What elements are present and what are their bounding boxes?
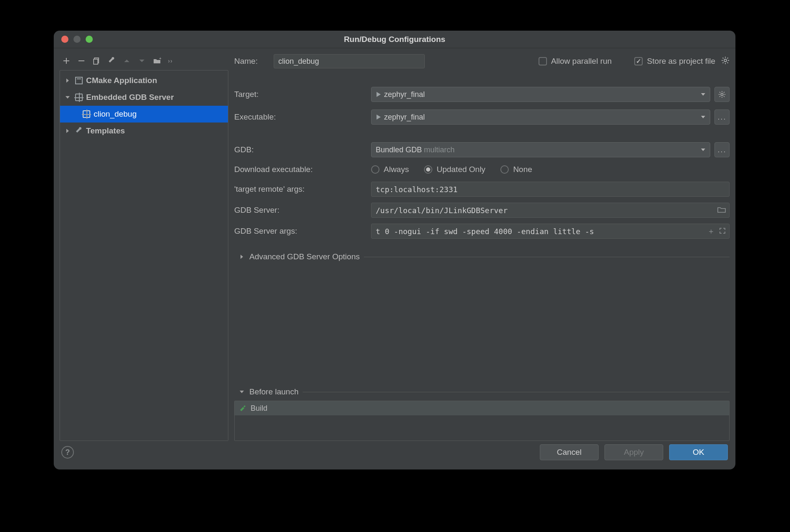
chevron-down-icon — [701, 146, 706, 154]
chevron-down-icon — [65, 93, 72, 102]
hammer-icon — [239, 404, 246, 413]
chevron-down-icon — [701, 113, 706, 122]
gdb-select[interactable]: Bundled GDB multiarch — [371, 142, 710, 157]
window-traffic-lights — [61, 36, 93, 43]
allow-parallel-checkbox[interactable] — [539, 57, 547, 65]
download-exec-label: Download executable: — [234, 165, 367, 174]
svg-text:+: + — [159, 57, 161, 61]
before-launch-header[interactable]: Before launch — [239, 387, 730, 396]
radio-updated-only[interactable]: Updated Only — [424, 165, 485, 174]
divider — [364, 257, 730, 257]
target-remote-label: 'target remote' args: — [234, 185, 367, 194]
sidebar: + ›› CMake Application — [60, 53, 228, 441]
before-launch-list[interactable]: Build — [234, 401, 730, 441]
dialog-window: Run/Debug Configurations — [54, 31, 735, 469]
copy-icon[interactable] — [92, 57, 101, 65]
target-select[interactable]: zephyr_final — [371, 87, 710, 102]
chevron-right-icon — [65, 126, 72, 136]
before-launch-label: Before launch — [249, 387, 298, 396]
advanced-label: Advanced GDB Server Options — [249, 252, 360, 261]
name-label: Name: — [234, 57, 269, 66]
tree-item-cmake-application[interactable]: CMake Application — [60, 72, 228, 89]
form-panel: Name: Allow parallel run Store as projec… — [234, 53, 730, 441]
download-exec-group: Always Updated Only None — [371, 165, 532, 174]
tree-item-clion-debug[interactable]: clion_debug — [60, 106, 228, 123]
plus-icon[interactable]: ＋ — [707, 226, 715, 236]
gear-icon[interactable] — [721, 56, 730, 67]
chip-icon — [74, 93, 84, 102]
chip-icon — [82, 110, 91, 119]
radio-always[interactable]: Always — [371, 165, 409, 174]
move-down-icon — [138, 57, 146, 65]
gdb-server-value: /usr/local/bin/JLinkGDBServer — [376, 206, 507, 215]
svg-point-4 — [721, 93, 723, 95]
remove-icon[interactable] — [77, 57, 86, 65]
gdb-server-args-input[interactable]: t 0 -nogui -if swd -speed 4000 -endian l… — [371, 224, 730, 239]
chevron-right-icon — [65, 76, 72, 85]
store-as-project-label: Store as project file — [647, 57, 715, 66]
dialog-title: Run/Debug Configurations — [54, 35, 735, 44]
titlebar: Run/Debug Configurations — [54, 31, 735, 48]
apply-button[interactable]: Apply — [604, 444, 663, 460]
application-icon — [74, 76, 84, 85]
gdb-label: GDB: — [234, 145, 367, 154]
move-up-icon — [123, 57, 131, 65]
wrench-icon — [74, 126, 84, 136]
run-icon — [377, 92, 381, 97]
target-remote-value: tcp:localhost:2331 — [376, 185, 458, 194]
expand-icon[interactable] — [719, 227, 726, 236]
help-button[interactable]: ? — [61, 446, 74, 459]
advanced-section-header[interactable]: Advanced GDB Server Options — [239, 252, 730, 261]
folder-open-icon[interactable] — [717, 206, 726, 215]
chevron-down-icon — [701, 90, 706, 99]
target-remote-input[interactable]: tcp:localhost:2331 — [371, 182, 730, 197]
maximize-icon[interactable] — [86, 36, 93, 43]
config-tree[interactable]: CMake Application Embedded GDB Server cl… — [60, 70, 228, 441]
ok-button[interactable]: OK — [669, 444, 728, 460]
sidebar-toolbar: + ›› — [60, 53, 228, 68]
target-label: Target: — [234, 90, 367, 99]
radio-none[interactable]: None — [500, 165, 532, 174]
tree-item-embedded-gdb[interactable]: Embedded GDB Server — [60, 89, 228, 106]
svg-point-3 — [724, 59, 727, 62]
close-icon[interactable] — [61, 36, 68, 43]
gdb-browse-button[interactable]: ... — [714, 142, 730, 157]
chevron-down-icon — [239, 387, 245, 396]
chevron-right-icon — [239, 252, 245, 261]
gdb-server-args-value: t 0 -nogui -if swd -speed 4000 -endian l… — [376, 227, 594, 236]
wrench-icon[interactable] — [107, 57, 116, 65]
tree-item-label: Templates — [86, 126, 125, 136]
gdb-server-input[interactable]: /usr/local/bin/JLinkGDBServer — [371, 203, 730, 218]
tree-item-label: Embedded GDB Server — [86, 93, 174, 102]
gdb-server-args-label: GDB Server args: — [234, 227, 367, 236]
before-launch-item-label: Build — [251, 404, 267, 413]
tree-item-templates[interactable]: Templates — [60, 123, 228, 139]
allow-parallel-label: Allow parallel run — [551, 57, 612, 66]
tree-item-label: CMake Application — [86, 76, 157, 85]
gdb-value: Bundled GDB multiarch — [376, 146, 455, 154]
tree-item-label: clion_debug — [94, 110, 136, 119]
overflow-icon[interactable]: ›› — [168, 57, 173, 64]
executable-label: Executable: — [234, 112, 367, 122]
cancel-button[interactable]: Cancel — [540, 444, 599, 460]
store-as-project-checkbox[interactable] — [634, 57, 643, 65]
folder-icon[interactable]: + — [153, 57, 161, 65]
gdb-server-label: GDB Server: — [234, 206, 367, 215]
executable-value: zephyr_final — [384, 113, 425, 122]
button-bar: ? Cancel Apply OK — [54, 441, 735, 469]
target-value: zephyr_final — [384, 90, 425, 99]
add-icon[interactable] — [62, 57, 71, 65]
executable-browse-button[interactable]: ... — [714, 110, 730, 125]
run-icon — [377, 115, 381, 120]
executable-select[interactable]: zephyr_final — [371, 110, 710, 125]
minimize-icon[interactable] — [73, 36, 81, 43]
name-input[interactable] — [274, 54, 425, 68]
before-launch-item[interactable]: Build — [235, 401, 729, 415]
divider — [303, 392, 730, 392]
svg-rect-1 — [94, 59, 98, 64]
target-settings-button[interactable] — [714, 87, 730, 102]
